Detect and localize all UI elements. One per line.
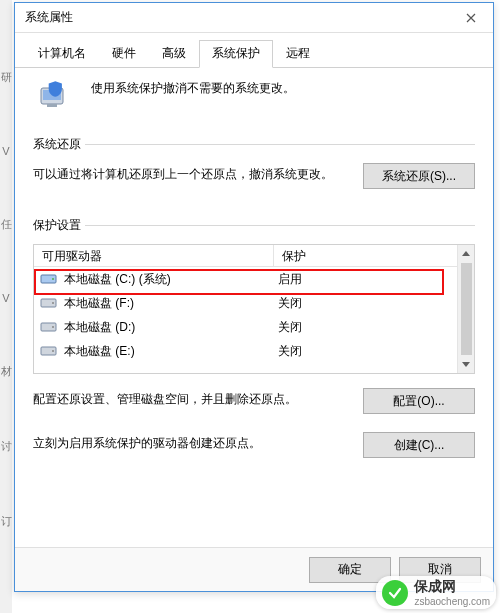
- configure-desc: 配置还原设置、管理磁盘空间，并且删除还原点。: [33, 388, 353, 408]
- column-protection[interactable]: 保护: [274, 245, 457, 266]
- titlebar: 系统属性: [15, 3, 493, 33]
- configure-row: 配置还原设置、管理磁盘空间，并且删除还原点。 配置(O)...: [33, 388, 475, 414]
- section-protection-title: 保护设置: [33, 217, 475, 234]
- tab-system-protection[interactable]: 系统保护: [199, 40, 273, 68]
- drive-protection: 关闭: [278, 319, 451, 336]
- drive-row-f[interactable]: 本地磁盘 (F:) 关闭: [34, 291, 457, 315]
- tab-advanced[interactable]: 高级: [149, 40, 199, 68]
- svg-point-10: [52, 350, 54, 352]
- svg-point-8: [52, 326, 54, 328]
- tab-computer-name[interactable]: 计算机名: [25, 40, 99, 68]
- drive-name: 本地磁盘 (D:): [64, 319, 278, 336]
- close-button[interactable]: [451, 4, 491, 32]
- svg-point-4: [52, 278, 54, 280]
- create-button[interactable]: 创建(C)...: [363, 432, 475, 458]
- create-row: 立刻为启用系统保护的驱动器创建还原点。 创建(C)...: [33, 432, 475, 458]
- cancel-button[interactable]: 取消: [399, 557, 481, 583]
- system-restore-button[interactable]: 系统还原(S)...: [363, 163, 475, 189]
- scroll-up-icon[interactable]: [458, 245, 474, 262]
- svg-point-6: [52, 302, 54, 304]
- drive-name: 本地磁盘 (F:): [64, 295, 278, 312]
- dialog-footer: 确定 取消: [15, 547, 493, 591]
- intro-text: 使用系统保护撤消不需要的系统更改。: [91, 80, 295, 97]
- drive-icon: [40, 344, 58, 358]
- drive-icon: [40, 272, 58, 286]
- restore-desc: 可以通过将计算机还原到上一个还原点，撤消系统更改。: [33, 163, 353, 183]
- system-properties-dialog: 系统属性 计算机名 硬件 高级 系统保护 远程 使用系统保护撤消不需要的系统更改…: [14, 2, 494, 592]
- background-peek: 研V任V材讨订: [0, 0, 12, 613]
- rule-icon: [85, 225, 475, 226]
- tabs-bar: 计算机名 硬件 高级 系统保护 远程: [15, 33, 493, 68]
- drive-list: 可用驱动器 保护 本地磁盘 (C:) (系统) 启用 本地磁盘 (F:) 关闭 …: [33, 244, 475, 374]
- drive-protection: 启用: [278, 271, 451, 288]
- create-desc: 立刻为启用系统保护的驱动器创建还原点。: [33, 432, 353, 452]
- tab-hardware[interactable]: 硬件: [99, 40, 149, 68]
- drive-icon: [40, 320, 58, 334]
- rule-icon: [85, 144, 475, 145]
- drive-row-e[interactable]: 本地磁盘 (E:) 关闭: [34, 339, 457, 363]
- drive-name: 本地磁盘 (C:) (系统): [64, 271, 278, 288]
- section-protection-label: 保护设置: [33, 217, 81, 234]
- restore-row: 可以通过将计算机还原到上一个还原点，撤消系统更改。 系统还原(S)...: [33, 163, 475, 189]
- configure-button[interactable]: 配置(O)...: [363, 388, 475, 414]
- drive-list-header: 可用驱动器 保护: [34, 245, 457, 267]
- drive-protection: 关闭: [278, 295, 451, 312]
- system-protection-icon: [39, 80, 79, 116]
- intro-block: 使用系统保护撤消不需要的系统更改。: [33, 80, 475, 116]
- svg-rect-2: [47, 104, 57, 107]
- drive-row-c[interactable]: 本地磁盘 (C:) (系统) 启用: [34, 267, 457, 291]
- drive-icon: [40, 296, 58, 310]
- scroll-thumb[interactable]: [461, 263, 472, 355]
- tab-content: 使用系统保护撤消不需要的系统更改。 系统还原 可以通过将计算机还原到上一个还原点…: [15, 68, 493, 458]
- section-restore-label: 系统还原: [33, 136, 81, 153]
- window-title: 系统属性: [25, 9, 451, 26]
- drive-row-d[interactable]: 本地磁盘 (D:) 关闭: [34, 315, 457, 339]
- close-icon: [466, 13, 476, 23]
- ok-button[interactable]: 确定: [309, 557, 391, 583]
- section-restore-title: 系统还原: [33, 136, 475, 153]
- tab-remote[interactable]: 远程: [273, 40, 323, 68]
- drive-name: 本地磁盘 (E:): [64, 343, 278, 360]
- scroll-down-icon[interactable]: [458, 356, 474, 373]
- drive-list-scrollbar[interactable]: [457, 245, 474, 373]
- column-drive[interactable]: 可用驱动器: [34, 245, 274, 266]
- watermark-domain: zsbaocheng.com: [414, 596, 490, 607]
- drive-protection: 关闭: [278, 343, 451, 360]
